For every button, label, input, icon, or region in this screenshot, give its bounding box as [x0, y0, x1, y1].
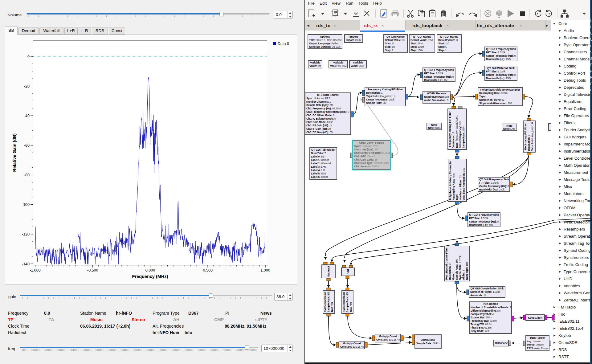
svg-text:0.500: 0.500 [203, 268, 213, 272]
svg-text:-60: -60 [24, 143, 30, 148]
svg-text:-140: -140 [22, 262, 30, 266]
svg-text:Data 0: Data 0 [278, 42, 289, 46]
svg-text:-40: -40 [24, 114, 30, 118]
svg-text:-20: -20 [24, 84, 30, 88]
svg-text:0: 0 [27, 55, 30, 59]
svg-text:1.000: 1.000 [260, 268, 270, 272]
svg-text:-80: -80 [24, 173, 30, 177]
svg-text:-0.500: -0.500 [87, 268, 98, 272]
svg-text:-1.000: -1.000 [30, 268, 40, 272]
svg-text:-100: -100 [22, 202, 30, 207]
svg-text:-120: -120 [22, 232, 30, 236]
svg-text:0.000: 0.000 [145, 268, 155, 272]
svg-text:Relative Gain (dB): Relative Gain (dB) [12, 133, 17, 172]
svg-text:Frequency (MHz): Frequency (MHz) [132, 274, 168, 279]
